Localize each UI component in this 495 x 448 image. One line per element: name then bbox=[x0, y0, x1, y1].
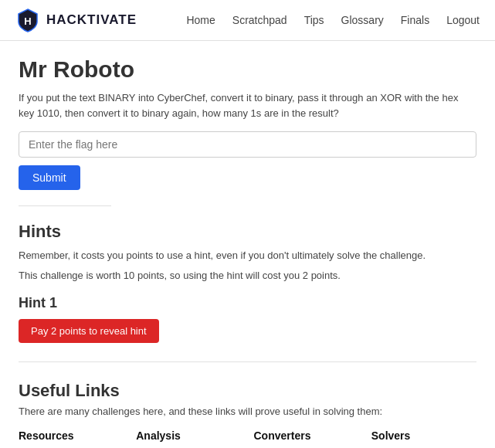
divider-full bbox=[19, 361, 476, 362]
analysis-column: Analysis Cipher Identifier (1) Cipher Id… bbox=[136, 429, 241, 448]
logo-icon: H bbox=[15, 8, 40, 32]
converters-heading: Converters bbox=[254, 429, 359, 442]
reveal-hint-button[interactable]: Pay 2 points to reveal hint bbox=[19, 319, 159, 343]
nav-links: Home Scratchpad Tips Glossary Finals Log… bbox=[186, 14, 480, 26]
useful-links-desc: There are many challenges here, and thes… bbox=[19, 406, 476, 417]
nav-logout[interactable]: Logout bbox=[446, 14, 480, 26]
divider-short bbox=[19, 205, 111, 206]
nav-tips[interactable]: Tips bbox=[304, 14, 324, 26]
svg-text:H: H bbox=[24, 15, 31, 27]
hint-note-2: This challenge is worth 10 points, so us… bbox=[19, 268, 476, 283]
hints-title: Hints bbox=[19, 222, 476, 242]
solvers-heading: Solvers bbox=[371, 429, 476, 442]
navbar: H HACKTIVATE Home Scratchpad Tips Glossa… bbox=[0, 0, 495, 41]
flag-input[interactable] bbox=[19, 131, 476, 158]
nav-glossary[interactable]: Glossary bbox=[341, 14, 384, 26]
hint-note-1: Remember, it costs you points to use a h… bbox=[19, 248, 476, 263]
useful-links-title: Useful Links bbox=[19, 381, 476, 401]
analysis-heading: Analysis bbox=[136, 429, 241, 442]
challenge-title: Mr Roboto bbox=[19, 56, 476, 83]
main-content: Mr Roboto If you put the text BINARY int… bbox=[0, 41, 495, 448]
nav-finals[interactable]: Finals bbox=[401, 14, 429, 26]
resources-heading: Resources bbox=[19, 429, 124, 442]
resources-column: Resources CyberChef ASCII Table bbox=[19, 429, 124, 448]
nav-scratchpad[interactable]: Scratchpad bbox=[232, 14, 287, 26]
hint1-title: Hint 1 bbox=[19, 295, 476, 311]
logo-area: H HACKTIVATE bbox=[15, 8, 186, 32]
converters-column: Converters Base Conversion Common Calcul… bbox=[254, 429, 359, 448]
logo-text: HACKTIVATE bbox=[46, 12, 137, 28]
challenge-description: If you put the text BINARY into CyberChe… bbox=[19, 90, 476, 120]
links-grid: Resources CyberChef ASCII Table Analysis… bbox=[19, 429, 476, 448]
solvers-column: Solvers Anagram Solver Caesar Cipher bbox=[371, 429, 476, 448]
submit-button[interactable]: Submit bbox=[19, 165, 80, 190]
nav-home[interactable]: Home bbox=[186, 14, 215, 26]
